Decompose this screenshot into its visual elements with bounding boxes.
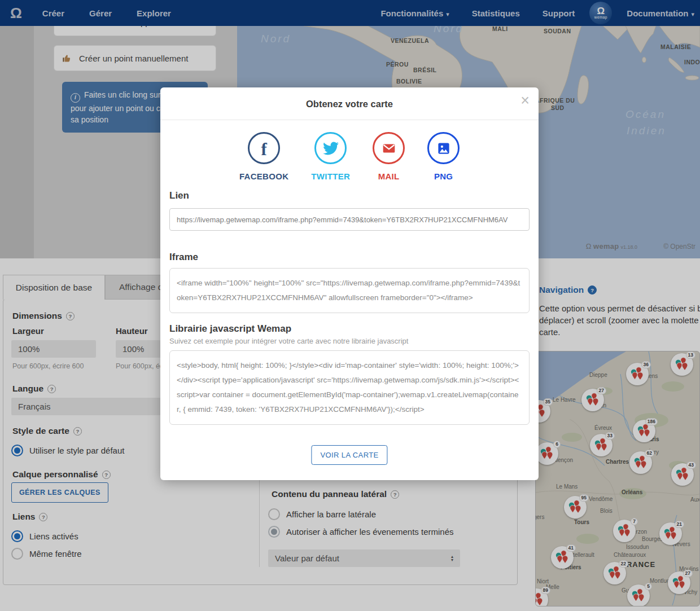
- mail-icon: [373, 132, 405, 164]
- modal-divider: [160, 120, 539, 120]
- share-png-button[interactable]: PNG: [427, 132, 460, 181]
- lien-input[interactable]: [169, 208, 530, 231]
- close-icon[interactable]: ×: [520, 92, 530, 109]
- share-modal: Obtenez votre carte × f FACEBOOK TWITTER…: [160, 87, 539, 480]
- facebook-icon: f: [248, 132, 280, 164]
- share-mail-button[interactable]: MAIL: [373, 132, 405, 181]
- share-options: f FACEBOOK TWITTER MAIL PNG: [160, 132, 539, 181]
- iframe-code[interactable]: <iframe width="100%" height="100%" src="…: [169, 268, 530, 313]
- voir-la-carte-button[interactable]: VOIR LA CARTE: [311, 445, 387, 465]
- library-code[interactable]: <style>body, html{ height: 100%; }</styl…: [169, 350, 530, 425]
- library-subtitle: Suivez cet exemple pour intégrer votre c…: [169, 337, 530, 345]
- twitter-icon: [314, 132, 347, 164]
- library-heading: Librairie javascript Wemap: [169, 323, 530, 335]
- share-twitter-button[interactable]: TWITTER: [311, 132, 350, 181]
- modal-title: Obtenez votre carte: [160, 99, 539, 109]
- lien-heading: Lien: [169, 190, 530, 201]
- share-facebook-button[interactable]: f FACEBOOK: [239, 132, 288, 181]
- image-icon: [427, 132, 460, 164]
- iframe-heading: Iframe: [169, 252, 530, 263]
